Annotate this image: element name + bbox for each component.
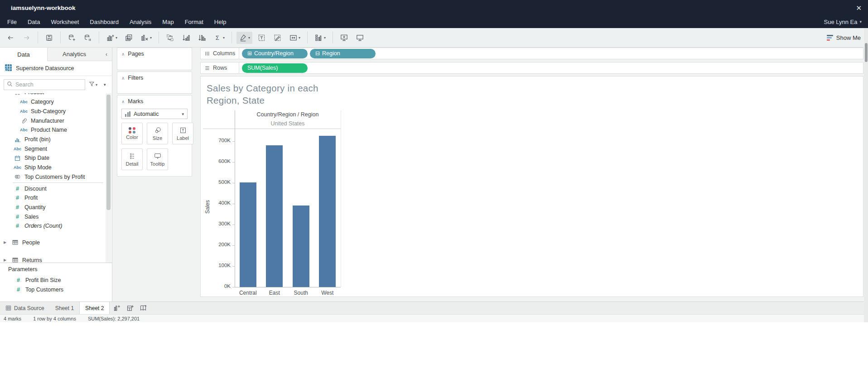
- tab-data[interactable]: Data: [0, 48, 47, 61]
- marks-button-color[interactable]: Color: [121, 123, 143, 144]
- sort-ascending-button[interactable]: [179, 32, 193, 44]
- scrollbar-thumb[interactable]: [106, 95, 111, 210]
- marks-button-detail[interactable]: Detail: [121, 148, 143, 170]
- menu-analysis[interactable]: Analysis: [130, 19, 151, 25]
- bar-east[interactable]: [266, 145, 283, 287]
- columns-shelf-area[interactable]: ⊞Country/Region⊟Region: [239, 48, 863, 59]
- field-top-customers-by-profit[interactable]: Top Customers by Profit: [0, 172, 105, 182]
- pane-subheader: United States: [235, 120, 341, 127]
- search-input[interactable]: [15, 81, 88, 88]
- field-label: Product Name: [31, 127, 67, 133]
- show-mark-labels-icon: [257, 33, 266, 42]
- menu-data[interactable]: Data: [28, 19, 40, 25]
- swap-rows-columns-button[interactable]: [164, 32, 177, 44]
- parameter-top-customers[interactable]: #Top Customers: [0, 285, 112, 294]
- window-scrollbar[interactable]: [864, 28, 868, 322]
- menu-map[interactable]: Map: [162, 19, 174, 25]
- download-button[interactable]: [338, 32, 351, 44]
- expand-arrow-icon[interactable]: ▶: [4, 240, 8, 244]
- field-product-name[interactable]: AbcProduct Name: [0, 125, 105, 135]
- field-returns[interactable]: ▶Returns: [0, 254, 105, 263]
- save-button[interactable]: [43, 32, 56, 44]
- undo-button[interactable]: [4, 32, 17, 44]
- bar-west[interactable]: [319, 136, 336, 287]
- show-me-button[interactable]: Show Me: [827, 34, 861, 41]
- show-mark-labels-button[interactable]: [255, 32, 268, 44]
- menu-help[interactable]: Help: [214, 19, 227, 25]
- menu-file[interactable]: File: [7, 19, 17, 25]
- mark-type-dropdown[interactable]: Automatic ▾: [121, 109, 188, 119]
- expand-arrow-icon[interactable]: ▶: [4, 258, 8, 262]
- fit-button[interactable]: ▾: [287, 32, 303, 44]
- redo-button[interactable]: [20, 32, 33, 44]
- field-category[interactable]: AbcCategory: [0, 97, 105, 107]
- marks-button-size[interactable]: Size: [147, 123, 168, 144]
- field-segment[interactable]: AbcSegment: [0, 144, 105, 153]
- menu-format[interactable]: Format: [185, 19, 203, 25]
- field-profit[interactable]: #Profit: [0, 193, 105, 203]
- presentation-mode-button[interactable]: [353, 32, 366, 44]
- close-icon[interactable]: ✕: [856, 4, 862, 12]
- field-people[interactable]: ▶People: [0, 237, 105, 249]
- tab-data-source[interactable]: Data Source: [0, 302, 50, 314]
- totals-button[interactable]: Σ▾: [211, 32, 227, 44]
- field-manufacturer[interactable]: Manufacturer: [0, 116, 105, 125]
- y-tick-label: 500K: [207, 179, 231, 185]
- rows-shelf-area[interactable]: SUM(Sales): [239, 62, 863, 74]
- collapse-chevron-icon[interactable]: ∧: [121, 52, 125, 57]
- format-workbook-button[interactable]: [271, 32, 284, 44]
- menu-dashboard[interactable]: Dashboard: [90, 19, 119, 25]
- new-worksheet-button[interactable]: [113, 304, 121, 312]
- marks-card: ∧Marks Automatic ▾ ColorSizeLabelDetailT…: [117, 95, 192, 177]
- bar-south[interactable]: [293, 206, 309, 287]
- field-ship-date[interactable]: Ship Date: [0, 153, 105, 163]
- collapse-chevron-icon[interactable]: ∧: [121, 99, 125, 104]
- field-ship-mode[interactable]: AbcShip Mode: [0, 163, 105, 172]
- show-hide-cards-button[interactable]: ▾: [312, 32, 328, 44]
- pause-auto-updates-button[interactable]: [81, 32, 94, 44]
- menu-bar: FileDataWorksheetDashboardAnalysisMapFor…: [0, 15, 868, 28]
- field-sub-category[interactable]: AbcSub-Category: [0, 107, 105, 116]
- pane-menu-icon[interactable]: ▾: [104, 82, 106, 87]
- download-icon: [340, 33, 348, 42]
- datasource-row[interactable]: Superstore Datasource: [0, 61, 112, 76]
- new-worksheet-button[interactable]: ▾: [104, 32, 120, 44]
- field-profit-bin[interactable]: Profit (bin): [0, 135, 105, 144]
- field-product[interactable]: Product: [0, 93, 105, 97]
- pill-region[interactable]: ⊟Region: [310, 49, 376, 58]
- field-sales[interactable]: #Sales: [0, 212, 105, 221]
- clear-sheet-button[interactable]: ▾: [138, 32, 154, 44]
- sort-descending-button[interactable]: [195, 32, 208, 44]
- marks-button-label[interactable]: Label: [172, 123, 193, 144]
- highlight-button[interactable]: ▾: [236, 32, 252, 44]
- minus-box-icon[interactable]: ⊟: [315, 51, 320, 56]
- field-quantity[interactable]: #Quantity: [0, 203, 105, 212]
- tab-sheet-1[interactable]: Sheet 1: [50, 302, 79, 314]
- collapse-pane-icon[interactable]: ‹: [101, 48, 112, 61]
- menu-worksheet[interactable]: Worksheet: [51, 19, 79, 25]
- pages-card[interactable]: ∧Pages: [117, 48, 192, 70]
- tab-sheet-2[interactable]: Sheet 2: [79, 302, 110, 314]
- search-box[interactable]: [4, 79, 85, 90]
- marks-button-tooltip[interactable]: Tooltip: [147, 148, 168, 170]
- label-icon: [179, 126, 187, 134]
- pill-country-region[interactable]: ⊞Country/Region: [242, 49, 308, 58]
- filters-card[interactable]: ∧Filters: [117, 72, 192, 94]
- user-menu[interactable]: Sue Lynn Ea ▾: [824, 19, 862, 25]
- new-story-button[interactable]: [140, 304, 147, 312]
- duplicate-button[interactable]: [122, 32, 135, 44]
- collapse-chevron-icon[interactable]: ∧: [121, 76, 125, 81]
- filter-fields-button[interactable]: ▾: [89, 81, 97, 89]
- abc-icon: Abc: [20, 109, 28, 114]
- tab-analytics[interactable]: Analytics: [47, 48, 101, 61]
- plus-box-icon[interactable]: ⊞: [247, 51, 252, 56]
- scrollbar-thumb[interactable]: [865, 43, 868, 62]
- new-data-source-button[interactable]: [65, 32, 78, 44]
- field-discount[interactable]: #Discount: [0, 184, 105, 193]
- fields-scrollbar[interactable]: [106, 93, 111, 263]
- new-dashboard-button[interactable]: [126, 304, 134, 312]
- field-orders-count[interactable]: #Orders (Count): [0, 221, 105, 231]
- bar-central[interactable]: [240, 182, 256, 287]
- pill-sum-sales[interactable]: SUM(Sales): [242, 63, 308, 73]
- parameter-profit-bin-size[interactable]: #Profit Bin Size: [0, 275, 112, 285]
